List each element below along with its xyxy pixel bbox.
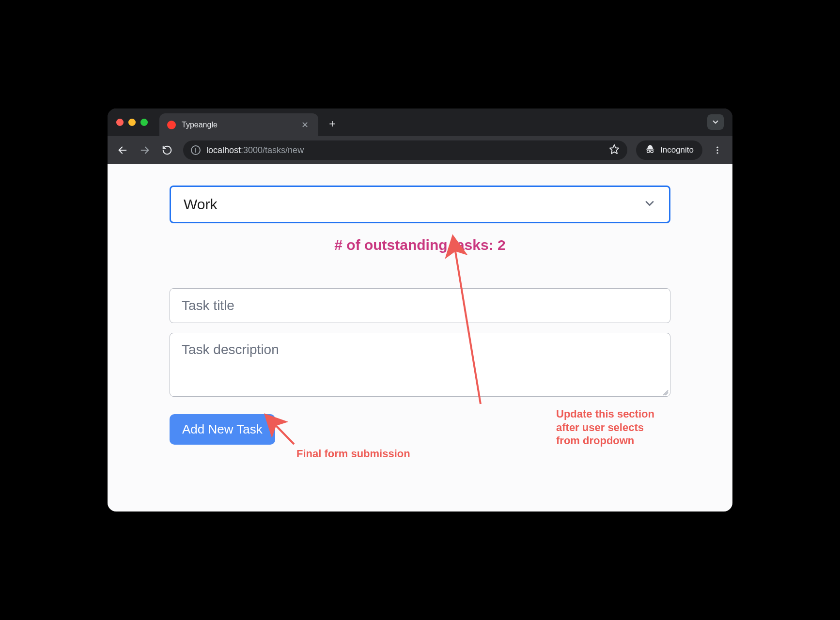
site-info-icon[interactable]: i bbox=[191, 145, 201, 155]
annotation-submission: Final form submission bbox=[296, 447, 410, 461]
url-host: localhost bbox=[206, 145, 241, 155]
bookmark-star-icon[interactable] bbox=[609, 144, 620, 156]
task-description-input[interactable]: Task description bbox=[170, 333, 670, 397]
tab-title: Typeangle bbox=[182, 121, 294, 129]
toolbar: i localhost:3000/tasks/new Incognito bbox=[108, 136, 732, 164]
annotation-line: Update this section bbox=[556, 407, 682, 421]
browser-menu-button[interactable] bbox=[708, 141, 727, 159]
chevron-down-icon bbox=[643, 197, 656, 212]
resize-handle-icon[interactable] bbox=[661, 388, 668, 394]
minimize-window-button[interactable] bbox=[128, 119, 136, 126]
annotation-update-section: Update this section after user selects f… bbox=[556, 407, 682, 448]
reload-button[interactable] bbox=[158, 141, 176, 159]
new-tab-button[interactable]: ＋ bbox=[327, 116, 338, 131]
tabs-dropdown-button[interactable] bbox=[707, 114, 724, 130]
browser-tab[interactable]: Typeangle ✕ bbox=[159, 113, 318, 136]
titlebar: Typeangle ✕ ＋ bbox=[108, 108, 732, 136]
page-content: Work # of outstanding tasks: 2 Task titl… bbox=[108, 164, 732, 512]
outstanding-tasks-label: # of outstanding tasks: 2 bbox=[170, 237, 670, 253]
task-description-placeholder: Task description bbox=[182, 342, 279, 357]
close-window-button[interactable] bbox=[116, 119, 124, 126]
forward-button[interactable] bbox=[136, 141, 154, 159]
svg-point-8 bbox=[716, 152, 718, 154]
incognito-label: Incognito bbox=[660, 145, 694, 155]
task-title-input[interactable]: Task title bbox=[170, 288, 670, 323]
category-select-value: Work bbox=[184, 196, 217, 213]
close-tab-button[interactable]: ✕ bbox=[300, 120, 310, 130]
incognito-icon bbox=[645, 144, 655, 157]
browser-window: Typeangle ✕ ＋ i localhost:3000/tasks/new bbox=[108, 108, 732, 512]
annotation-line: after user selects bbox=[556, 421, 682, 434]
svg-point-4 bbox=[651, 150, 653, 153]
address-bar[interactable]: i localhost:3000/tasks/new bbox=[183, 140, 627, 160]
back-button[interactable] bbox=[113, 141, 132, 159]
maximize-window-button[interactable] bbox=[140, 119, 148, 126]
svg-point-7 bbox=[716, 149, 718, 151]
svg-point-6 bbox=[716, 147, 718, 148]
incognito-badge[interactable]: Incognito bbox=[636, 140, 702, 160]
svg-marker-2 bbox=[610, 145, 619, 154]
annotation-line: from dropdown bbox=[556, 434, 682, 448]
category-select[interactable]: Work bbox=[170, 186, 670, 223]
tab-favicon bbox=[167, 121, 176, 129]
url-path: /tasks/new bbox=[263, 145, 304, 155]
url-port: :3000 bbox=[241, 145, 263, 155]
add-task-button[interactable]: Add New Task bbox=[170, 414, 275, 445]
task-title-placeholder: Task title bbox=[182, 298, 234, 313]
window-controls bbox=[116, 119, 148, 126]
svg-point-3 bbox=[647, 150, 650, 153]
url-text: localhost:3000/tasks/new bbox=[206, 145, 603, 155]
